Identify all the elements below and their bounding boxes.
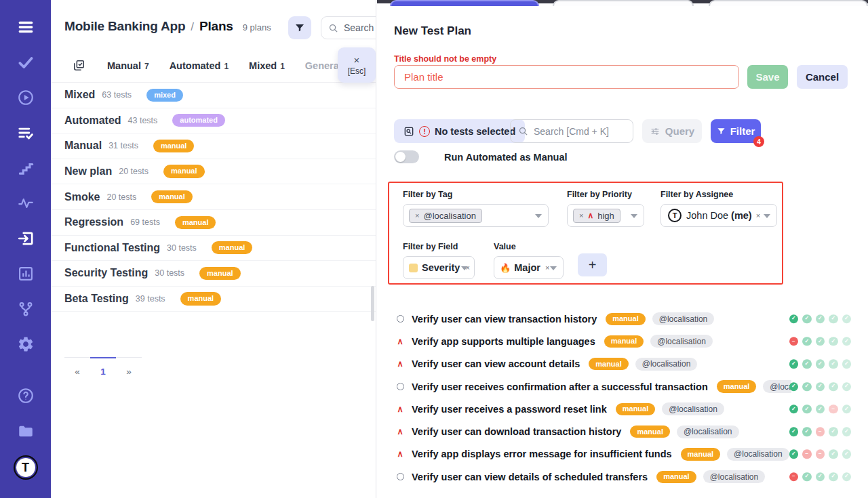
test-state-icon[interactable] (395, 405, 405, 414)
pagination-page-1[interactable]: 1 (90, 357, 116, 384)
test-row[interactable]: Verify user can download transaction his… (377, 420, 868, 442)
plan-title-input[interactable] (394, 65, 739, 89)
hidden-tab-3[interactable] (709, 0, 868, 6)
plans-tab[interactable]: Automated 1 (170, 60, 229, 71)
status-check-dot: ✓ (816, 472, 825, 482)
plan-test-count: 43 tests (128, 116, 158, 125)
test-row[interactable]: Verify user can view transaction history… (377, 308, 868, 330)
project-title[interactable]: Mobile Banking App (64, 19, 185, 34)
search-icon (518, 126, 528, 136)
test-row[interactable]: Verify user can view details of schedule… (377, 465, 868, 488)
plan-name: Automated (64, 115, 121, 127)
test-row[interactable]: Verify app supports multiple languages m… (377, 330, 868, 352)
plan-list: Mixed 63 tests mixed Automated 43 tests … (51, 83, 376, 312)
test-row[interactable]: Verify user receives confirmation after … (377, 375, 868, 398)
status-check-dot: ✓ (829, 382, 838, 392)
plans-header: Mobile Banking App / Plans 9 plans × [Es… (51, 0, 376, 49)
status-check-dot: ✓ (802, 359, 812, 369)
plan-row[interactable]: Security Testing 30 tests manual (51, 261, 376, 287)
add-filter-button[interactable]: + (578, 253, 607, 276)
scrollbar-thumb[interactable] (371, 286, 374, 321)
plans-tab[interactable]: Manual 7 (107, 60, 149, 71)
check-icon[interactable] (16, 53, 35, 72)
chevron-down-icon[interactable] (550, 266, 557, 270)
status-check-dot: ✓ (789, 450, 799, 459)
test-row[interactable]: Verify user receives a password reset li… (377, 398, 868, 420)
cancel-button[interactable]: Cancel (797, 65, 848, 89)
funnel-icon (294, 22, 305, 33)
select-all-icon[interactable] (73, 59, 85, 72)
test-state-icon[interactable] (395, 337, 405, 346)
test-state-icon[interactable] (395, 315, 405, 323)
test-state-icon[interactable] (395, 428, 405, 436)
run-automated-toggle[interactable] (394, 150, 419, 163)
steps-icon[interactable] (16, 159, 35, 178)
plan-row[interactable]: Mixed 63 tests mixed (51, 83, 376, 108)
chevron-down-icon[interactable] (535, 214, 542, 218)
remove-priority-icon[interactable]: × (579, 212, 583, 220)
assignee-select[interactable]: T John Doe (me) × (660, 204, 777, 227)
test-state-icon[interactable] (395, 473, 405, 480)
analytics-icon[interactable] (16, 264, 35, 283)
status-minus-dot: − (802, 450, 812, 459)
test-title: Verify user can view account details (412, 358, 580, 369)
pagination-prev[interactable]: « (64, 357, 90, 384)
test-state-icon[interactable] (395, 383, 405, 390)
settings-icon[interactable] (16, 335, 35, 354)
plan-row[interactable]: Beta Testing 39 tests manual (51, 287, 376, 312)
value-select[interactable]: 🔥 Major × (494, 256, 564, 279)
play-circle-icon[interactable] (16, 88, 35, 107)
plans-filter-button[interactable] (288, 16, 311, 39)
plan-type-badge: manual (163, 165, 205, 178)
plan-row[interactable]: Smoke 20 tests manual (51, 184, 376, 210)
pulse-icon[interactable] (16, 194, 35, 213)
plans-search-input[interactable] (344, 22, 376, 33)
assignee-me-label: (me) (731, 210, 752, 221)
test-title: Verify user can view details of schedule… (412, 472, 648, 482)
remove-tag-icon[interactable]: × (415, 212, 419, 220)
chevron-down-icon[interactable] (764, 214, 770, 218)
test-state-icon[interactable] (395, 450, 405, 459)
plan-row[interactable]: Automated 43 tests automated (51, 108, 376, 134)
status-check-dot: ✓ (842, 337, 852, 346)
chevron-down-icon[interactable] (461, 266, 468, 270)
status-check-dot: ✓ (842, 404, 852, 414)
menu-icon[interactable] (16, 18, 35, 37)
test-state-icon[interactable] (395, 360, 405, 369)
tag-select[interactable]: × @localisation (403, 204, 549, 227)
help-icon[interactable] (16, 386, 35, 405)
test-row[interactable]: Verify user can view account details man… (377, 353, 868, 375)
toggle-knob (395, 152, 406, 162)
plan-row[interactable]: Manual 31 tests manual (51, 133, 376, 159)
save-button[interactable]: Save (747, 65, 788, 89)
chevron-down-icon[interactable] (631, 214, 637, 218)
projects-folder-icon[interactable] (16, 421, 35, 440)
field-select[interactable]: Severity × (403, 256, 475, 279)
hidden-tab-active[interactable] (390, 0, 539, 6)
app-logo[interactable]: T (14, 455, 38, 480)
import-icon[interactable] (16, 229, 35, 248)
remove-assignee-icon[interactable]: × (756, 211, 760, 220)
plan-row[interactable]: New plan 20 tests manual (51, 159, 376, 185)
plan-row[interactable]: Regression 69 tests manual (51, 210, 376, 236)
query-button[interactable]: Query (642, 119, 702, 143)
test-row[interactable]: Verify app displays error message for in… (377, 443, 868, 465)
plan-row[interactable]: Functional Testing 30 tests manual (51, 236, 376, 262)
escape-popup[interactable]: × [Esc] (338, 47, 376, 83)
tests-search-input[interactable] (534, 126, 625, 137)
pagination-next[interactable]: » (116, 357, 142, 384)
plan-test-count: 69 tests (130, 217, 160, 227)
no-tests-selected-button[interactable]: ! No tests selected (394, 119, 525, 143)
hidden-tab-2[interactable] (553, 0, 694, 6)
priority-select[interactable]: × ∧ high (567, 204, 644, 227)
branch-icon[interactable] (16, 299, 35, 318)
remove-value-icon[interactable]: × (545, 264, 549, 272)
plans-tab[interactable]: Mixed 1 (249, 60, 285, 71)
close-icon[interactable]: × (354, 55, 360, 65)
plan-test-count: 30 tests (167, 243, 197, 253)
plans-search[interactable] (321, 16, 376, 39)
tests-search[interactable] (510, 119, 633, 143)
test-plans-icon[interactable] (16, 123, 35, 142)
priority-chip: × ∧ high (573, 209, 620, 223)
filter-button[interactable]: Filter 4 (711, 119, 761, 143)
